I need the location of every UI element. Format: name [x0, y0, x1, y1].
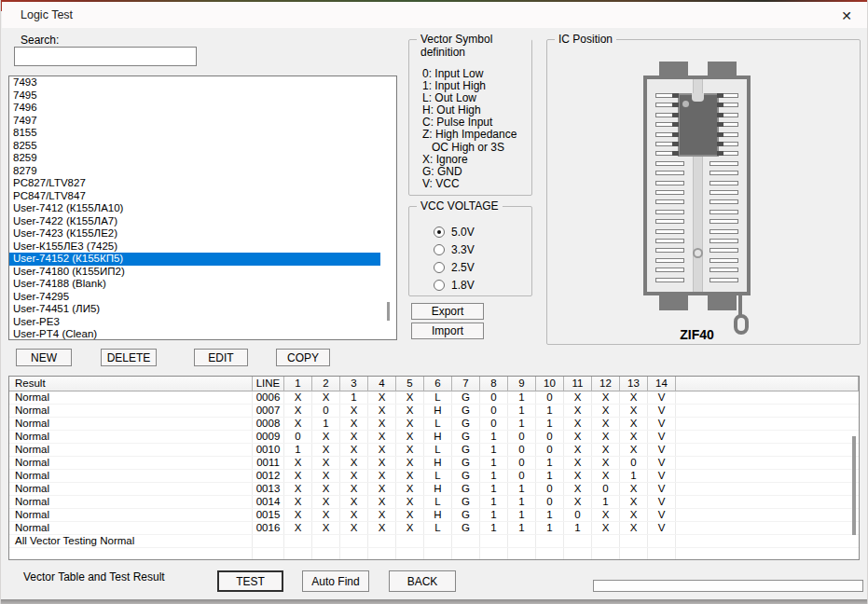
column-header-pin[interactable]: 12 — [592, 377, 620, 391]
vcc-option[interactable]: 5.0V — [434, 226, 475, 238]
chip-pin — [672, 103, 679, 107]
cell-pin: 1 — [536, 470, 564, 482]
device-list-item[interactable]: User-7423 (К155ЛЕ2) — [9, 227, 380, 240]
cell-filler — [676, 405, 859, 417]
cell-pin — [648, 548, 676, 560]
device-list-item[interactable]: 7496 — [9, 102, 380, 115]
column-header-pin[interactable]: 11 — [564, 377, 592, 391]
column-header-pin[interactable]: 4 — [368, 377, 396, 391]
import-button[interactable]: Import — [411, 323, 484, 339]
window-title: Logic Test — [21, 8, 73, 21]
device-list-item[interactable]: 8155 — [9, 127, 380, 140]
cell-line: 0011 — [253, 457, 284, 469]
column-header-pin[interactable]: 10 — [536, 377, 564, 391]
close-icon[interactable]: ✕ — [833, 6, 861, 26]
auto-find-button[interactable]: Auto Find — [302, 570, 369, 592]
back-button[interactable]: BACK — [389, 570, 456, 592]
device-list-item[interactable]: 8255 — [9, 140, 380, 153]
device-list-item[interactable]: User-74180 (К155ИП2) — [9, 266, 380, 279]
column-header-pin[interactable]: 7 — [452, 377, 480, 391]
device-list-item[interactable]: 8279 — [9, 165, 380, 178]
device-list-item[interactable]: 7497 — [9, 115, 380, 128]
table-row[interactable]: Normal0016XXXXXLG1111XXV — [9, 522, 859, 535]
socket-pin-slot — [710, 239, 738, 243]
vector-symbol-group: Vector Symbol definition 0: Input Low1: … — [408, 39, 532, 196]
device-list-item[interactable]: User-74188 (Blank) — [9, 278, 380, 291]
copy-button[interactable]: COPY — [276, 349, 330, 366]
device-list-item[interactable]: 7493 — [9, 76, 380, 89]
table-row[interactable]: Normal0015XXXXXHG1110XXV — [9, 509, 859, 522]
column-header-pin[interactable]: 9 — [508, 377, 536, 391]
device-list-item[interactable]: User-74295 — [9, 291, 380, 304]
search-input[interactable] — [14, 47, 197, 66]
cell-pin: G — [452, 431, 480, 443]
cell-pin: X — [592, 522, 620, 534]
vector-symbol-line: X: Ignore — [422, 154, 517, 166]
column-header-line[interactable]: LINE — [253, 377, 284, 391]
chip-pin — [717, 93, 723, 98]
device-list-item[interactable]: User-PT4 (Clean) — [9, 328, 380, 340]
table-row[interactable]: Normal0013XXXXXHG110X0XV — [9, 483, 859, 496]
device-list-item[interactable]: PC827/LTV827 — [9, 177, 380, 190]
cell-line — [253, 535, 284, 547]
export-button[interactable]: Export — [411, 303, 484, 320]
device-list-items: 74937495749674978155825582598279PC827/LT… — [9, 76, 396, 340]
column-header-pin[interactable]: 3 — [340, 377, 368, 391]
edit-button[interactable]: EDIT — [194, 349, 248, 366]
device-list-item[interactable]: User-К155ЛЕ3 (7425) — [9, 240, 380, 254]
table-row[interactable]: Normal0014XXXXXLG110X1XV — [9, 496, 859, 509]
column-header-result[interactable]: Result — [9, 377, 253, 391]
table-row[interactable]: Normal0008X1XXXLG011XXXV — [9, 418, 859, 431]
device-list-item[interactable]: User-PE3 — [9, 316, 380, 329]
table-row[interactable]: All Vector Testing Normal — [9, 535, 859, 548]
cell-pin: X — [620, 418, 648, 430]
cell-pin: X — [620, 496, 648, 508]
vcc-option[interactable]: 1.8V — [434, 279, 475, 291]
new-button[interactable]: NEW — [16, 349, 72, 366]
device-list-item[interactable]: User-74152 (К155КП5) — [9, 253, 380, 266]
cell-pin: X — [312, 457, 340, 469]
cell-pin — [564, 548, 592, 560]
cell-pin: X — [396, 418, 424, 430]
table-row[interactable]: Normal00101XXXXLG100XXXV — [9, 444, 859, 457]
device-list[interactable]: 74937495749674978155825582598279PC827/LT… — [8, 76, 397, 340]
device-list-item[interactable]: User-7422 (К155ЛА7) — [9, 215, 380, 228]
table-row[interactable]: Normal0007X0XXXHG011XXXV — [9, 405, 859, 418]
cell-pin: X — [620, 391, 648, 404]
column-header-pin[interactable]: 6 — [424, 377, 452, 391]
column-header-pin[interactable]: 2 — [312, 377, 340, 391]
cell-pin: 1 — [480, 522, 508, 534]
device-list-item[interactable]: User-7412 (К155ЛА10) — [9, 202, 380, 215]
device-list-item[interactable]: 8259 — [9, 152, 380, 165]
table-row[interactable]: Normal0006XX1XXLG010XXXV — [9, 391, 859, 405]
radio-icon — [434, 226, 445, 238]
table-row[interactable]: Normal00090XXXXHG100XXXV — [9, 431, 859, 444]
cell-pin: 0 — [480, 405, 508, 417]
column-header-filler — [676, 377, 859, 391]
table-row[interactable]: Normal0011XXXXXHG101XX0V — [9, 457, 859, 470]
table-row[interactable]: Normal0012XXXXXLG101XX1V — [9, 470, 859, 483]
cell-pin: 0 — [536, 431, 564, 443]
table-row[interactable] — [9, 548, 859, 560]
vector-symbol-line: Z: High Impedance — [422, 129, 517, 141]
cell-pin: X — [620, 431, 648, 443]
vcc-option[interactable]: 3.3V — [434, 243, 475, 255]
column-header-pin[interactable]: 13 — [620, 377, 648, 391]
vector-table[interactable]: ResultLINE1234567891011121314 Normal0006… — [8, 376, 860, 560]
vcc-option[interactable]: 2.5V — [434, 261, 475, 273]
column-header-pin[interactable]: 8 — [480, 377, 508, 391]
device-list-item[interactable]: 7495 — [9, 89, 380, 103]
device-list-item[interactable]: PC847/LTV847 — [9, 190, 380, 203]
cell-pin: X — [284, 496, 312, 508]
device-list-scrollbar[interactable] — [387, 302, 390, 321]
column-header-pin[interactable]: 5 — [396, 377, 424, 391]
test-button[interactable]: TEST — [217, 570, 283, 592]
delete-button[interactable]: DELETE — [101, 349, 157, 366]
cell-pin: X — [592, 391, 620, 404]
column-header-pin[interactable]: 14 — [648, 377, 676, 391]
chip-pin — [672, 93, 679, 98]
device-list-item[interactable]: User-74451 (ЛИ5) — [9, 303, 380, 316]
cell-line: 0006 — [253, 391, 284, 404]
column-header-pin[interactable]: 1 — [284, 377, 312, 391]
vector-table-scrollbar[interactable] — [852, 436, 856, 535]
